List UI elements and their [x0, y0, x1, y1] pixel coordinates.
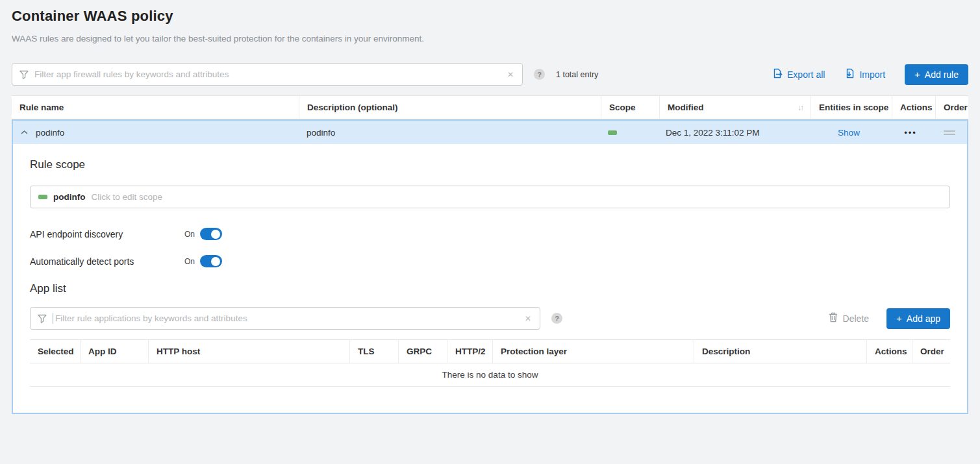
rule-modified-cell: Dec 1, 2022 3:11:02 PM — [658, 128, 809, 138]
api-endpoint-discovery-state: On — [184, 230, 195, 239]
auto-detect-ports-label: Automatically detect ports — [30, 256, 184, 267]
column-app-actions: Actions — [866, 340, 912, 363]
column-rule-name: Rule name — [12, 96, 299, 119]
export-all-label: Export all — [787, 69, 825, 80]
rules-filter-placeholder: Filter app firewall rules by keywords an… — [34, 69, 500, 79]
rule-scope-cell — [600, 130, 658, 135]
rules-filter-input[interactable]: Filter app firewall rules by keywords an… — [12, 63, 523, 86]
filter-funnel-icon — [19, 70, 29, 79]
toggle-knob — [211, 230, 220, 239]
rule-actions-cell: ••• — [889, 128, 932, 138]
import-icon — [844, 68, 855, 80]
delete-app-button[interactable]: Delete — [829, 312, 869, 324]
help-icon[interactable]: ? — [534, 69, 545, 80]
plus-icon: + — [914, 69, 920, 79]
auto-detect-ports-row: Automatically detect ports On — [30, 255, 950, 267]
add-rule-label: Add rule — [925, 69, 959, 80]
rule-description: podinfo — [307, 128, 335, 138]
chevron-up-icon[interactable] — [21, 130, 28, 135]
scope-edit-placeholder: Click to edit scope — [91, 192, 162, 202]
export-icon — [772, 68, 783, 80]
rule-detail-panel: Rule scope podinfo Click to edit scope A… — [13, 144, 967, 413]
rule-name-cell[interactable]: podinfo — [13, 128, 299, 138]
auto-detect-ports-toggle[interactable] — [200, 255, 222, 267]
empty-table-message: There is no data to show — [30, 363, 950, 387]
api-endpoint-discovery-toggle[interactable] — [200, 228, 222, 240]
app-filter-placeholder: Filter rule applications by keywords and… — [55, 313, 518, 323]
text-cursor — [53, 313, 53, 324]
rules-table-header: Rule name Description (optional) Scope M… — [12, 95, 968, 119]
export-all-button[interactable]: Export all — [772, 68, 825, 80]
column-http2: HTTP/2 — [447, 340, 492, 363]
container-waas-policy-page: Container WAAS policy WAAS rules are des… — [0, 0, 980, 414]
column-http-host: HTTP host — [148, 340, 349, 363]
column-app-order: Order — [912, 340, 950, 363]
rule-row-podinfo[interactable]: podinfo podinfo Dec 1, 2022 3:11:02 PM S… — [13, 121, 967, 144]
import-button[interactable]: Import — [844, 68, 885, 80]
show-entities-link[interactable]: Show — [838, 128, 860, 138]
clear-filter-icon[interactable]: ✕ — [506, 69, 515, 80]
entities-in-scope-cell: Show — [809, 128, 889, 138]
column-app-id: App ID — [80, 340, 148, 363]
rule-scope-heading: Rule scope — [30, 158, 950, 171]
add-app-label: Add app — [907, 313, 940, 324]
add-app-button[interactable]: + Add app — [886, 308, 950, 329]
scope-collection-name: podinfo — [53, 192, 85, 202]
column-entities-in-scope: Entities in scope — [810, 96, 892, 119]
column-modified-label: Modified — [668, 103, 704, 112]
column-scope: Scope — [601, 96, 659, 119]
app-list-toolbar: Filter rule applications by keywords and… — [30, 307, 950, 330]
drag-handle-icon[interactable] — [944, 130, 955, 135]
column-order: Order — [935, 96, 975, 119]
app-list-heading: App list — [30, 282, 950, 295]
app-table-header: Selected App ID HTTP host TLS GRPC HTTP/… — [30, 339, 950, 363]
scope-collection-badge — [608, 130, 617, 135]
page-subtitle: WAAS rules are designed to let you tailo… — [12, 34, 968, 43]
modified-timestamp: Dec 1, 2022 3:11:02 PM — [666, 128, 760, 138]
help-icon[interactable]: ? — [551, 313, 562, 324]
rule-name: podinfo — [36, 128, 64, 138]
toggle-knob — [211, 257, 220, 266]
rule-scope-editor[interactable]: podinfo Click to edit scope — [30, 186, 950, 208]
column-description: Description (optional) — [299, 96, 601, 119]
rules-toolbar: Filter app firewall rules by keywords an… — [12, 63, 968, 86]
auto-detect-ports-state: On — [184, 257, 195, 266]
page-title: Container WAAS policy — [12, 8, 968, 25]
scope-collection-badge — [38, 195, 47, 199]
rule-description-cell: podinfo — [299, 128, 600, 138]
trash-icon — [829, 312, 838, 324]
column-protection-layer: Protection layer — [492, 340, 694, 363]
app-filter-input[interactable]: Filter rule applications by keywords and… — [30, 307, 540, 330]
column-grpc: GRPC — [398, 340, 447, 363]
clear-filter-icon[interactable]: ✕ — [523, 313, 533, 324]
rule-order-cell — [932, 130, 967, 135]
actions-menu-icon[interactable]: ••• — [904, 128, 917, 138]
api-endpoint-discovery-row: API endpoint discovery On — [30, 228, 950, 240]
column-app-description: Description — [694, 340, 866, 363]
delete-label: Delete — [843, 313, 869, 324]
column-tls: TLS — [349, 340, 398, 363]
plus-icon: + — [896, 313, 902, 323]
add-rule-button[interactable]: + Add rule — [905, 64, 968, 85]
sort-arrows-icon[interactable]: ↓↑ — [798, 103, 803, 112]
column-selected: Selected — [30, 340, 80, 363]
filter-funnel-icon — [38, 314, 47, 323]
import-label: Import — [859, 69, 885, 80]
total-entry-count: 1 total entry — [556, 70, 598, 79]
api-endpoint-discovery-label: API endpoint discovery — [30, 229, 184, 239]
expanded-rule-container: podinfo podinfo Dec 1, 2022 3:11:02 PM S… — [12, 119, 968, 414]
column-actions: Actions — [892, 96, 935, 119]
column-modified[interactable]: Modified ↓↑ — [659, 96, 810, 119]
